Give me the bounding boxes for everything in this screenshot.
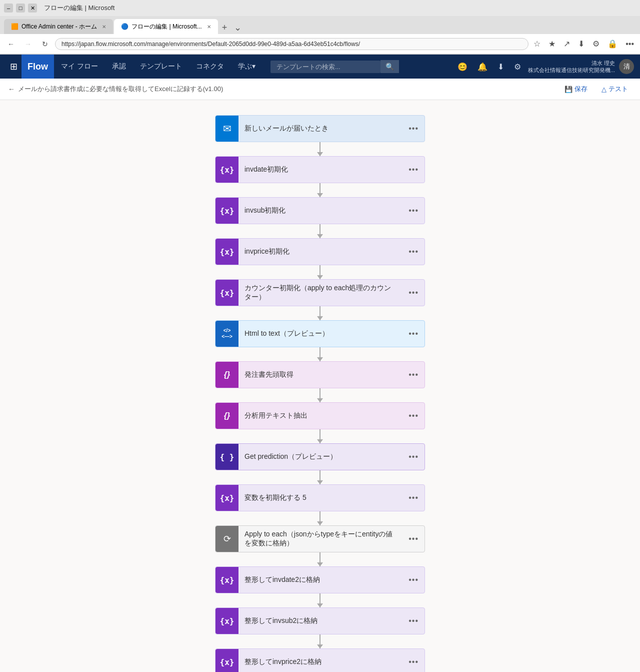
flow-step-6[interactable]: </><—> Html to text（プレビュー） ••• (215, 320, 425, 347)
search-button[interactable]: 🔍 (380, 60, 399, 73)
app-logo: Flow (22, 55, 54, 79)
minimize-button[interactable]: – (4, 4, 13, 13)
flow-step-14[interactable]: {x} 整形してinvprice2に格納 ••• (215, 648, 425, 672)
share-icon[interactable]: ↗ (562, 37, 572, 51)
flow-step-3[interactable]: {x} invsub初期化 ••• (215, 197, 425, 224)
step4-icon: {x} (216, 239, 238, 265)
tab1-close[interactable]: ✕ (102, 24, 106, 30)
nav-template[interactable]: テンプレート (133, 55, 189, 79)
new-tab-button[interactable]: + (219, 23, 230, 33)
step13-label: 整形してinvsub2に格納 (238, 612, 402, 629)
flow-step-8[interactable]: {} 分析用テキスト抽出 ••• (215, 402, 425, 429)
breadcrumb-back-button[interactable]: ← (8, 85, 15, 93)
test-icon: △ (602, 86, 606, 93)
toolbar-icons: ☆ ★ ↗ ⬇ ⚙ 🔒 ••• (532, 37, 636, 51)
step5-label: カウンター初期化（apply to each処理のカウンター） (238, 280, 402, 306)
lock-icon[interactable]: 🔒 (606, 37, 620, 51)
refresh-button[interactable]: ↻ (38, 37, 52, 51)
browser-tab-1[interactable]: 🟧 Office Admin center - ホーム ✕ (4, 19, 113, 34)
user-avatar[interactable]: 清 (619, 59, 634, 74)
step7-label: 発注書先頭取得 (238, 366, 402, 383)
step5-menu[interactable]: ••• (402, 288, 424, 297)
app-bar-right: 😊 🔔 ⬇ ⚙ 清水 理史 株式会社情報通信技術研究開発機... 清 (454, 59, 634, 75)
flow-step-4[interactable]: {x} invprice初期化 ••• (215, 238, 425, 265)
connector-5 (320, 306, 320, 320)
flow-step-5[interactable]: {x} カウンター初期化（apply to each処理のカウンター） ••• (215, 279, 425, 306)
step13-icon: {x} (216, 608, 238, 634)
step9-menu[interactable]: ••• (402, 452, 424, 461)
address-text: https://japan.flow.microsoft.com/manage/… (62, 41, 360, 48)
tab1-icon: 🟧 (11, 23, 18, 30)
connector-13 (320, 634, 320, 648)
notification-icon[interactable]: 🔔 (474, 59, 490, 75)
back-button[interactable]: ← (4, 37, 18, 51)
connector-9 (320, 470, 320, 484)
download-icon[interactable]: ⬇ (576, 37, 586, 51)
flow-step-1[interactable]: ✉ 新しいメールが届いたとき ••• (215, 115, 425, 142)
step1-menu[interactable]: ••• (402, 124, 424, 133)
step14-menu[interactable]: ••• (402, 657, 424, 666)
step11-menu[interactable]: ••• (402, 534, 424, 543)
user-info[interactable]: 清水 理史 株式会社情報通信技術研究開発機... (528, 60, 615, 74)
settings-appbar-icon[interactable]: ⚙ (511, 59, 524, 75)
step2-menu[interactable]: ••• (402, 165, 424, 174)
nav-connector[interactable]: コネクタ (189, 55, 231, 79)
step9-label: Get prediction（プレビュー） (238, 448, 402, 465)
close-button[interactable]: ✕ (28, 4, 37, 13)
step6-label: Html to text（プレビュー） (238, 325, 402, 342)
flow-step-7[interactable]: {} 発注書先頭取得 ••• (215, 361, 425, 388)
step10-menu[interactable]: ••• (402, 493, 424, 502)
flow-step-10[interactable]: {x} 変数を初期化する 5 ••• (215, 484, 425, 511)
test-button[interactable]: △ テスト (598, 83, 632, 96)
tab2-close[interactable]: ✕ (207, 24, 211, 30)
connector-1 (320, 142, 320, 156)
connector-12 (320, 593, 320, 607)
flow-step-12[interactable]: {x} 整形してinvdate2に格納 ••• (215, 566, 425, 593)
template-search-input[interactable] (270, 61, 380, 73)
browser-tab-2[interactable]: 🔵 フローの編集 | Microsoft... ✕ (114, 19, 218, 34)
emoji-icon[interactable]: 😊 (454, 59, 470, 75)
flow-step-2[interactable]: {x} invdate初期化 ••• (215, 156, 425, 183)
step8-menu[interactable]: ••• (402, 411, 424, 420)
address-bar[interactable]: https://japan.flow.microsoft.com/manage/… (55, 38, 528, 50)
step3-menu[interactable]: ••• (402, 206, 424, 215)
step10-label: 変数を初期化する 5 (238, 489, 402, 506)
step12-menu[interactable]: ••• (402, 575, 424, 584)
breadcrumb: ← メールから請求書作成に必要な情報を取得してExcelに記録する(v1.00) (8, 85, 223, 94)
settings-icon[interactable]: ⚙ (590, 37, 602, 51)
more-icon[interactable]: ••• (624, 38, 636, 51)
nav-approval[interactable]: 承認 (105, 55, 133, 79)
step2-icon: {x} (216, 157, 238, 183)
step13-menu[interactable]: ••• (402, 616, 424, 625)
step4-menu[interactable]: ••• (402, 247, 424, 256)
step8-icon: {} (216, 403, 238, 429)
page-actions: 💾 保存 △ テスト (560, 83, 632, 96)
download-appbar-icon[interactable]: ⬇ (494, 59, 507, 75)
flow-container: ✉ 新しいメールが届いたとき ••• {x} invdate初期化 ••• {x… (205, 115, 435, 672)
tab-more-button[interactable]: ⌄ (231, 22, 244, 33)
step7-icon: {} (216, 362, 238, 388)
step2-label: invdate初期化 (238, 161, 402, 178)
flow-step-9[interactable]: { } Get prediction（プレビュー） ••• (215, 443, 425, 470)
tab1-label: Office Admin center - ホーム (22, 23, 97, 31)
maximize-button[interactable]: □ (16, 4, 25, 13)
step14-label: 整形してinvprice2に格納 (238, 653, 402, 670)
flow-step-11[interactable]: ⟳ Apply to each（jsonからtypeをキーにentityの値を変… (215, 525, 425, 552)
flow-step-13[interactable]: {x} 整形してinvsub2に格納 ••• (215, 607, 425, 634)
step11-icon: ⟳ (216, 526, 238, 552)
step7-menu[interactable]: ••• (402, 370, 424, 379)
forward-button[interactable]: → (21, 37, 35, 51)
browser-chrome: – □ ✕ フローの編集 | Microsoft 🟧 Office Admin … (0, 0, 640, 55)
step5-icon: {x} (216, 280, 238, 306)
connector-6 (320, 347, 320, 361)
nav-myflow[interactable]: マイ フロー (54, 55, 105, 79)
step4-label: invprice初期化 (238, 243, 402, 260)
nav-learn[interactable]: 学ぶ▾ (231, 55, 262, 79)
save-button[interactable]: 💾 保存 (560, 83, 592, 96)
step1-label: 新しいメールが届いたとき (238, 120, 402, 137)
step6-menu[interactable]: ••• (402, 329, 424, 338)
collection-icon[interactable]: ★ (546, 37, 558, 51)
app-bar: ⊞ Flow マイ フロー 承認 テンプレート コネクタ 学ぶ▾ 🔍 😊 🔔 ⬇… (0, 55, 640, 79)
grid-icon[interactable]: ⊞ (6, 57, 22, 76)
favorite-icon[interactable]: ☆ (532, 37, 542, 51)
